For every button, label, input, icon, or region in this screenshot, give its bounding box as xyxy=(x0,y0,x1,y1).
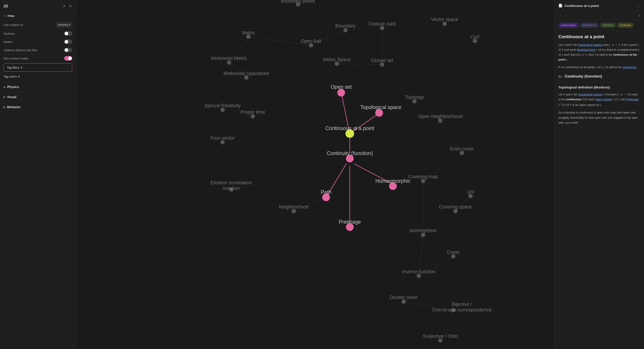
svg-text:Einstein summation: Einstein summation xyxy=(210,180,252,185)
graph-svg[interactable]: Boundary points Metric Boundary Closure … xyxy=(76,0,554,349)
link-children-select[interactable]: Heading ▾ xyxy=(56,22,72,27)
non-existant-toggle[interactable] xyxy=(64,56,72,60)
svg-point-44 xyxy=(468,194,473,198)
preimage-link[interactable]: Preimage xyxy=(626,98,639,101)
sidebar-header: 2D ↺ ✕ xyxy=(0,0,76,12)
topological-spaces-link-2[interactable]: Topological spaces xyxy=(578,93,602,96)
link-children-row: Link children to Heading ▾ xyxy=(4,20,72,29)
intro-paragraph: Let X and Y be Topological spaces and f … xyxy=(558,42,640,62)
sidebar: 2D ↺ ✕ ▼ Filter Link children to Heading… xyxy=(0,0,76,349)
svg-text:Isomorphism: Isomorphism xyxy=(410,228,436,233)
svg-point-27 xyxy=(380,26,384,30)
tag-filters-chevron-icon: ▾ xyxy=(21,66,22,69)
note-title: Continuous at a point xyxy=(558,34,640,39)
svg-text:Topology: Topology xyxy=(405,94,424,100)
svg-point-28 xyxy=(442,21,447,26)
tag-filters-button[interactable]: Tag filters ▾ xyxy=(4,63,72,72)
svg-text:Covering map: Covering map xyxy=(408,174,438,179)
tag-functions[interactable]: functions xyxy=(600,23,616,28)
svg-text:One-to-one-correspondence: One-to-one-correspondence xyxy=(432,307,492,313)
svg-text:Boundary points: Boundary points xyxy=(281,0,315,4)
graph-area[interactable]: Boundary points Metric Boundary Closure … xyxy=(76,0,554,349)
svg-point-51 xyxy=(438,338,442,343)
svg-text:Four-vector: Four-vector xyxy=(210,135,234,141)
citations-row: Citations without note files xyxy=(4,46,72,54)
close-button[interactable]: ✕ xyxy=(68,3,72,9)
svg-point-33 xyxy=(335,62,339,66)
tag-colors-label: Tag colors xyxy=(4,75,17,78)
svg-text:Closure (set): Closure (set) xyxy=(368,21,396,26)
non-existant-label: Non-existant nodes xyxy=(4,57,28,60)
dailies-toggle[interactable] xyxy=(64,39,72,44)
svg-text:Curl: Curl xyxy=(470,34,479,39)
svg-text:Neighborhood: Neighborhood xyxy=(279,204,308,210)
behavior-label: Behavior xyxy=(7,105,20,109)
tags-row: mathematics definition 👁 functions conti… xyxy=(555,20,644,31)
svg-text:Cover: Cover xyxy=(447,250,460,255)
svg-text:Uni: Uni xyxy=(467,189,474,194)
sub-heading: Topological definition (Munkres) xyxy=(558,84,640,90)
svg-point-41 xyxy=(421,179,425,183)
sub-content-paragraph: Let X and Y be Topological spaces. A fun… xyxy=(558,92,640,108)
svg-text:Covering space: Covering space xyxy=(439,204,472,210)
svg-point-31 xyxy=(227,60,231,64)
svg-text:Surjective / Onto: Surjective / Onto xyxy=(423,334,458,339)
non-existant-row: Non-existant nodes xyxy=(4,54,72,62)
tag-definition[interactable]: definition 👁 xyxy=(580,23,599,28)
nav-back-button[interactable]: ‹ xyxy=(558,13,562,18)
svg-point-49 xyxy=(402,299,406,304)
behavior-header[interactable]: ▶ Behavior xyxy=(4,105,72,109)
svg-point-35 xyxy=(412,99,416,103)
nav-forward-button[interactable]: › xyxy=(564,13,568,18)
svg-point-48 xyxy=(451,254,455,259)
svg-point-37 xyxy=(251,114,255,118)
physics-chevron-icon: ▶ xyxy=(4,86,5,88)
paragraph2: So a function is continuous is open sets… xyxy=(558,110,640,125)
citations-label: Citations without note files xyxy=(4,48,37,52)
svg-point-26 xyxy=(343,28,348,32)
link-children-value: Heading xyxy=(58,23,68,26)
svg-text:Metric: Metric xyxy=(242,30,255,35)
node-open-set[interactable] xyxy=(337,89,345,96)
svg-text:notation: notation xyxy=(223,186,240,191)
sidebar-header-icons: ↺ ✕ xyxy=(62,3,72,9)
orphans-toggle[interactable] xyxy=(64,31,72,36)
filter-section: ▼ Filter Link children to Heading ▾ Orph… xyxy=(0,12,76,82)
filter-section-header[interactable]: ▼ Filter xyxy=(4,14,72,18)
neighborhood-link[interactable]: Neighborhood xyxy=(577,48,595,51)
link-children-label: Link children to xyxy=(4,23,23,26)
citations-toggle[interactable] xyxy=(64,48,72,52)
document-icon: 📄 xyxy=(558,3,562,7)
panel-title-row: 📄 Continuous at a point xyxy=(558,3,599,7)
svg-text:Open neighbourhood: Open neighbourhood xyxy=(418,114,463,119)
open-subset-link[interactable]: open subset xyxy=(596,98,612,101)
nav-arrows-row: ‹ › ≡ xyxy=(555,11,644,20)
tag-colors-chevron-icon: ▾ xyxy=(18,75,20,78)
continuous-link[interactable]: continuous xyxy=(622,65,636,69)
svg-text:Metric Space: Metric Space xyxy=(323,57,351,62)
svg-point-38 xyxy=(438,118,442,123)
orphans-label: Orphans xyxy=(4,32,15,35)
physics-label: Physics xyxy=(7,85,19,89)
tag-continuity[interactable]: continuity xyxy=(617,23,634,28)
tag-mathematics[interactable]: mathematics xyxy=(558,23,578,28)
history-button[interactable]: ↺ xyxy=(62,3,66,9)
tag-colors-row[interactable]: Tag colors ▾ xyxy=(4,73,72,79)
topological-spaces-link-1[interactable]: Topological spaces xyxy=(578,43,602,46)
label-topological-space: Topological space xyxy=(360,104,402,110)
dailies-label: Dailies xyxy=(4,40,12,43)
visual-header[interactable]: ▶ Visual xyxy=(4,95,72,99)
svg-text:Double cover: Double cover xyxy=(390,295,418,300)
svg-point-43 xyxy=(292,209,296,213)
label-preimage: Preimage xyxy=(339,219,361,225)
svg-point-36 xyxy=(220,108,225,112)
orphans-row: Orphans xyxy=(4,29,72,38)
label-continuity-function: Continuity (function) xyxy=(327,150,373,156)
svg-text:Minkowski Metric: Minkowski Metric xyxy=(211,56,247,61)
panel-menu-button[interactable]: ⋮ xyxy=(636,3,640,8)
list-view-button[interactable]: ≡ xyxy=(639,14,640,17)
svg-point-45 xyxy=(453,209,458,213)
physics-header[interactable]: ▶ Physics xyxy=(4,85,72,89)
if-statement-paragraph: If f is continuous at all points x ∈ X, … xyxy=(558,65,640,70)
node-topological-space[interactable] xyxy=(375,109,383,117)
